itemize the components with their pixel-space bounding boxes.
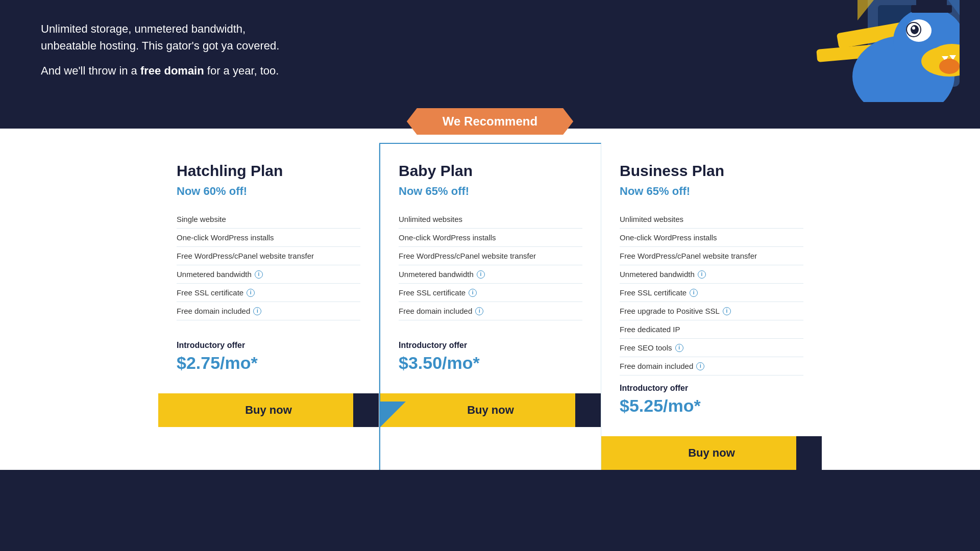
hatchling-discount: Now 60% off!: [177, 185, 360, 198]
baby-price: $3.50/mo*: [399, 353, 582, 373]
business-buy-button[interactable]: Buy now: [601, 436, 822, 470]
feature-item: Single website: [177, 210, 360, 229]
feature-item: One-click WordPress installs: [399, 229, 582, 247]
feature-item: Free domain included i: [399, 302, 582, 320]
plan-baby: Baby Plan Now 65% off! Unlimited website…: [379, 143, 601, 470]
hatchling-intro-label: Introductory offer: [177, 341, 360, 350]
feature-item: Unmetered bandwidth i: [177, 265, 360, 284]
hero-text: Unlimited storage, unmetered bandwidth, …: [41, 15, 347, 79]
hatchling-price: $2.75/mo*: [177, 353, 360, 373]
feature-item: Unlimited websites: [399, 210, 582, 229]
info-icon[interactable]: i: [255, 270, 263, 279]
svg-point-11: [912, 27, 915, 30]
feature-item: Unmetered bandwidth i: [399, 265, 582, 284]
feature-item: Free upgrade to Positive SSL i: [620, 302, 803, 320]
feature-item: Free WordPress/cPanel website transfer: [177, 247, 360, 265]
plans-container: Hatchling Plan Now 60% off! Single websi…: [158, 144, 822, 470]
feature-item: Free WordPress/cPanel website transfer: [399, 247, 582, 265]
feature-item: Free WordPress/cPanel website transfer: [620, 247, 803, 265]
baby-discount: Now 65% off!: [399, 185, 582, 198]
free-domain-highlight: free domain: [140, 64, 204, 77]
info-icon[interactable]: i: [696, 362, 704, 370]
business-discount: Now 65% off!: [620, 185, 803, 198]
plan-hatchling: Hatchling Plan Now 60% off! Single websi…: [158, 144, 379, 470]
baby-pricing: Introductory offer $3.50/mo*: [399, 341, 582, 393]
business-buy-label: Buy now: [688, 446, 735, 459]
svg-point-14: [939, 59, 960, 74]
info-icon[interactable]: i: [690, 289, 698, 297]
feature-item: One-click WordPress installs: [620, 229, 803, 247]
feature-item: Free SSL certificate i: [399, 284, 582, 302]
feature-item: Free domain included i: [177, 302, 360, 320]
baby-plan-name: Baby Plan: [399, 162, 582, 180]
feature-item: Free domain included i: [620, 357, 803, 375]
hatchling-buy-label: Buy now: [245, 404, 292, 416]
feature-item: One-click WordPress installs: [177, 229, 360, 247]
baby-buy-button[interactable]: Buy now: [380, 393, 601, 427]
info-icon[interactable]: i: [477, 270, 485, 279]
feature-item: Unlimited websites: [620, 210, 803, 229]
svg-point-10: [911, 25, 919, 34]
info-icon[interactable]: i: [675, 344, 683, 352]
plan-business: Business Plan Now 65% off! Unlimited web…: [601, 144, 822, 470]
hero-desc: Unlimited storage, unmetered bandwidth, …: [41, 20, 347, 54]
hatchling-buy-button[interactable]: Buy now: [158, 393, 379, 427]
business-intro-label: Introductory offer: [620, 384, 803, 393]
info-icon[interactable]: i: [723, 307, 731, 315]
info-icon[interactable]: i: [253, 307, 261, 315]
gator-illustration: [715, 0, 960, 102]
info-icon[interactable]: i: [247, 289, 255, 297]
hatchling-plan-name: Hatchling Plan: [177, 162, 360, 180]
hatchling-pricing: Introductory offer $2.75/mo*: [177, 341, 360, 393]
business-price: $5.25/mo*: [620, 396, 803, 416]
baby-features: Unlimited websites One-click WordPress i…: [399, 210, 582, 320]
info-icon[interactable]: i: [469, 289, 477, 297]
feature-item: Free SEO tools i: [620, 339, 803, 357]
hero-free-domain: And we'll throw in a free domain for a y…: [41, 62, 347, 79]
feature-item: Free SSL certificate i: [177, 284, 360, 302]
baby-intro-label: Introductory offer: [399, 341, 582, 350]
business-features: Unlimited websites One-click WordPress i…: [620, 210, 803, 375]
hatchling-features: Single website One-click WordPress insta…: [177, 210, 360, 320]
feature-item: Unmetered bandwidth i: [620, 265, 803, 284]
feature-item: Free SSL certificate i: [620, 284, 803, 302]
info-icon[interactable]: i: [475, 307, 483, 315]
feature-item: Free dedicated IP: [620, 320, 803, 339]
info-icon[interactable]: i: [698, 270, 706, 279]
baby-buy-label: Buy now: [467, 404, 514, 416]
business-plan-name: Business Plan: [620, 162, 803, 180]
recommend-badge: We Recommend: [407, 108, 573, 135]
svg-rect-16: [916, 0, 947, 8]
business-pricing: Introductory offer $5.25/mo*: [620, 384, 803, 436]
